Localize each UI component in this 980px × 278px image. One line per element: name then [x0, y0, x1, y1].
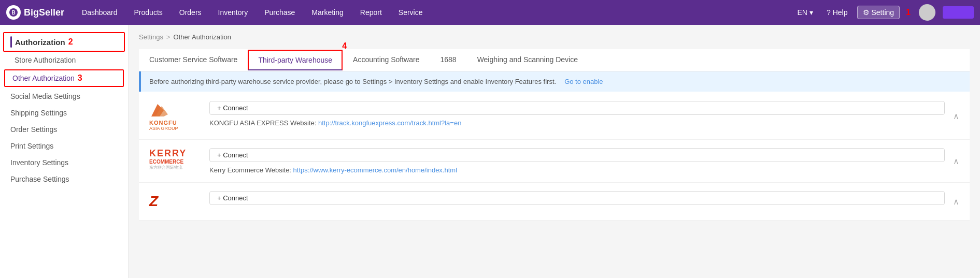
- kerry-name: KERRY: [149, 148, 187, 159]
- tab-customer-service[interactable]: Customer Service Software: [139, 49, 248, 71]
- nav-service[interactable]: Service: [391, 5, 430, 20]
- kongfu-connect-button[interactable]: + Connect: [209, 101, 945, 115]
- z-logo-letter: Z: [149, 193, 158, 210]
- chevron-down-icon: ▾: [809, 8, 813, 17]
- kerry-website: Kerry Ecommerce Website: https://www.ker…: [209, 166, 945, 174]
- nav-products[interactable]: Products: [127, 5, 170, 20]
- sidebar-item-social[interactable]: Social Media Settings: [0, 88, 128, 105]
- tabs-bar: Customer Service Software Third-party Wa…: [139, 49, 970, 71]
- svg-text:B: B: [11, 10, 15, 16]
- breadcrumb: Settings > Other Authorization: [139, 33, 970, 41]
- tabs-container: Customer Service Software Third-party Wa…: [139, 49, 970, 221]
- section-indicator: [10, 36, 12, 48]
- tab-third-party-warehouse[interactable]: Third-party Warehouse: [248, 50, 343, 70]
- breadcrumb-separator: >: [166, 33, 171, 41]
- nav-right: EN ▾ ? Help ⚙ Setting 1: [793, 4, 974, 21]
- question-icon: ?: [827, 8, 831, 17]
- kongfu-website-link[interactable]: http://track.kongfuexpress.com/track.htm…: [318, 119, 461, 127]
- go-to-enable-link[interactable]: Go to enable: [564, 78, 603, 85]
- kongfu-name: KONGFU: [149, 120, 177, 126]
- kongfu-logo-icon: [149, 101, 170, 120]
- other-auth-label: Other Authorization: [12, 74, 75, 82]
- language-selector[interactable]: EN ▾: [793, 6, 817, 19]
- nav-items: Dashboard Products Orders Inventory Purc…: [75, 5, 793, 20]
- kongfu-collapse-icon[interactable]: ∧: [953, 111, 959, 121]
- logo-text: BigSeller: [24, 7, 64, 18]
- kongfu-sub: ASIA GROUP: [149, 126, 178, 131]
- z-content: + Connect: [209, 191, 945, 205]
- kerry-sub2: 东方联合国际物流: [149, 165, 187, 170]
- sidebar-item-order[interactable]: Order Settings: [0, 121, 128, 138]
- kerry-website-label: Kerry Ecommerce Website:: [209, 166, 291, 174]
- warehouse-item-kerry: KERRY ECOMMERCE 东方联合国际物流 + Connect Kerry…: [139, 140, 970, 183]
- step4-label: 4: [342, 41, 347, 51]
- user-name-button[interactable]: [943, 6, 974, 19]
- step1-label: 1: [906, 8, 911, 17]
- nav-report[interactable]: Report: [353, 5, 389, 20]
- step3-label: 3: [78, 74, 82, 83]
- logo[interactable]: B BigSeller: [6, 5, 64, 20]
- z-expand-icon[interactable]: ∧: [953, 197, 959, 207]
- avatar[interactable]: [919, 4, 935, 21]
- kerry-connect-button[interactable]: + Connect: [209, 148, 945, 162]
- help-button[interactable]: ? Help: [822, 6, 852, 19]
- main-content: Settings > Other Authorization Customer …: [129, 25, 980, 278]
- logo-icon: B: [6, 5, 21, 20]
- sidebar-item-store-auth[interactable]: Store Authorization: [0, 52, 128, 68]
- step2-label: 2: [68, 37, 73, 47]
- authorization-section-title: Authorization: [15, 38, 65, 47]
- sidebar-item-inventory[interactable]: Inventory Settings: [0, 154, 128, 171]
- breadcrumb-root[interactable]: Settings: [139, 33, 163, 41]
- nav-marketing[interactable]: Marketing: [304, 5, 350, 20]
- z-item-header: Z + Connect ∧: [149, 191, 959, 212]
- warehouse-item-header: KONGFU ASIA GROUP + Connect KONGFU ASIA …: [149, 101, 959, 131]
- kerry-content: + Connect Kerry Ecommerce Website: https…: [209, 148, 945, 174]
- tab-accounting[interactable]: Accounting Software: [343, 49, 430, 71]
- tab-wrapper-third-party: Third-party Warehouse 4: [248, 50, 343, 70]
- sidebar-item-shipping[interactable]: Shipping Settings: [0, 105, 128, 121]
- nav-orders[interactable]: Orders: [172, 5, 209, 20]
- gear-icon: ⚙: [863, 8, 870, 17]
- kongfu-content: + Connect KONGFU ASIA EXPRESS Website: h…: [209, 101, 945, 127]
- kongfu-website: KONGFU ASIA EXPRESS Website: http://trac…: [209, 119, 945, 127]
- kerry-sub: ECOMMERCE: [149, 159, 187, 165]
- tab-1688[interactable]: 1688: [430, 49, 466, 71]
- warehouse-item-z: Z + Connect ∧: [139, 183, 970, 221]
- kerry-website-link[interactable]: https://www.kerry-ecommerce.com/en/home/…: [293, 166, 457, 174]
- kerry-logo: KERRY ECOMMERCE 东方联合国际物流: [149, 148, 201, 170]
- top-navigation: B BigSeller Dashboard Products Orders In…: [0, 0, 980, 25]
- warehouse-item-kongfu: KONGFU ASIA GROUP + Connect KONGFU ASIA …: [139, 93, 970, 140]
- warehouse-list: KONGFU ASIA GROUP + Connect KONGFU ASIA …: [139, 93, 970, 221]
- nav-inventory[interactable]: Inventory: [211, 5, 255, 20]
- kerry-collapse-icon[interactable]: ∧: [953, 156, 959, 166]
- z-connect-button[interactable]: + Connect: [209, 191, 945, 205]
- sidebar-item-other-auth[interactable]: Other Authorization 3: [4, 69, 124, 87]
- setting-button[interactable]: ⚙ Setting: [857, 6, 900, 19]
- tab-weighing[interactable]: Weighing and Scanning Device: [467, 49, 588, 71]
- sidebar-section-authorization[interactable]: Authorization 2: [3, 32, 125, 52]
- sidebar-item-purchase[interactable]: Purchase Settings: [0, 171, 128, 187]
- main-layout: Authorization 2 Store Authorization Othe…: [0, 25, 980, 278]
- z-logo: Z: [149, 191, 201, 212]
- info-banner: Before authorizing third-party warehouse…: [139, 71, 970, 92]
- kongfu-website-label: KONGFU ASIA EXPRESS Website:: [209, 119, 316, 127]
- nav-dashboard[interactable]: Dashboard: [75, 5, 125, 20]
- breadcrumb-current: Other Authorization: [174, 33, 231, 41]
- nav-purchase[interactable]: Purchase: [257, 5, 302, 20]
- kerry-item-header: KERRY ECOMMERCE 东方联合国际物流 + Connect Kerry…: [149, 148, 959, 174]
- kongfu-logo: KONGFU ASIA GROUP: [149, 101, 201, 131]
- info-text: Before authorizing third-party warehouse…: [149, 78, 556, 85]
- sidebar: Authorization 2 Store Authorization Othe…: [0, 25, 129, 278]
- sidebar-item-print[interactable]: Print Settings: [0, 138, 128, 154]
